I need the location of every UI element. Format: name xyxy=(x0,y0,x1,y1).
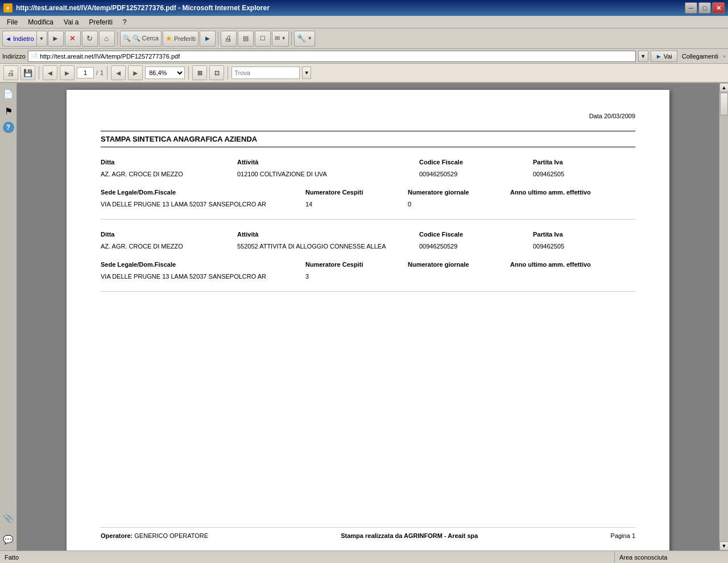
pdf-ditta-2: Ditta xyxy=(101,231,237,239)
sidebar-bookmarks-icon[interactable]: ⚑ xyxy=(2,105,15,117)
favorites-label: Preferiti xyxy=(174,35,196,42)
pdf-ditta-1-val: AZ. AGR. CROCE DI MEZZO xyxy=(101,171,237,177)
pdf-sep-4 xyxy=(228,66,228,80)
search-icon: 🔍 xyxy=(123,35,131,42)
printpage-icon: ▤ xyxy=(243,35,249,42)
go-label: Vai xyxy=(664,53,672,60)
pdf-anno-2: Anno ultimo amm. effettivo xyxy=(510,261,635,270)
scrollbar-track[interactable] xyxy=(719,92,728,541)
search-button[interactable]: 🔍 🔍 Cerca xyxy=(120,31,162,47)
pdf-partita-2-value: 009462505 xyxy=(533,243,635,250)
address-input[interactable] xyxy=(40,53,633,60)
media-button[interactable]: ► xyxy=(200,31,216,47)
menu-preferiti[interactable]: Preferiti xyxy=(85,17,117,27)
tools-button[interactable]: 🔧 ▼ xyxy=(294,31,315,47)
pdf-search-dropdown[interactable]: ▼ xyxy=(302,67,311,79)
go-arrow-icon: ► xyxy=(656,53,662,60)
menu-vai-a[interactable]: Vai a xyxy=(59,17,83,27)
pdf-codice-1: Codice Fiscale xyxy=(419,159,533,167)
pdf-zoom-out-button[interactable]: ◄ xyxy=(111,65,126,80)
address-dropdown[interactable]: ▼ xyxy=(638,51,648,62)
pdf-next-page-button[interactable]: ► xyxy=(60,65,75,80)
back-button[interactable]: ◄ Indietro xyxy=(2,31,37,47)
edit-button[interactable]: ☐ xyxy=(255,31,271,47)
sidebar-comment-icon[interactable]: 💬 xyxy=(2,533,15,546)
print-button[interactable]: 🖨 xyxy=(221,31,237,47)
pdf-num-giornale-2-val xyxy=(408,273,510,280)
menu-help[interactable]: ? xyxy=(118,17,131,27)
home-icon: ⌂ xyxy=(105,34,109,43)
forward-button[interactable]: ► xyxy=(48,31,64,47)
pdf-num-cespiti-2-label: Numeratore Cespiti xyxy=(305,261,408,268)
pdf-ditta-2-val: AZ. AGR. CROCE DI MEZZO xyxy=(101,243,237,250)
pdf-partita-1-label: Partita Iva xyxy=(533,159,635,165)
stop-button[interactable]: ✕ xyxy=(65,31,81,47)
right-scrollbar: ▲ ▼ xyxy=(719,83,728,550)
scroll-down-button[interactable]: ▼ xyxy=(719,541,728,550)
address-input-wrap: 📄 xyxy=(28,51,636,62)
pdf-partita-1: Partita Iva xyxy=(533,159,635,167)
pdf-prev-page-button[interactable]: ◄ xyxy=(43,65,57,80)
menu-file[interactable]: File xyxy=(2,17,22,27)
refresh-icon: ↻ xyxy=(86,34,93,43)
pdf-num-cespiti-2: Numeratore Cespiti xyxy=(305,261,408,270)
pdf-partita-2-val: 009462505 xyxy=(533,243,635,250)
mail-button[interactable]: ✉ ▼ xyxy=(272,31,289,47)
sidebar-help-icon[interactable]: ? xyxy=(3,122,14,133)
dropdown-back-button[interactable]: ▼ xyxy=(36,31,47,47)
pdf-fit-page-button[interactable]: ⊡ xyxy=(209,65,224,80)
window-title: http://test.areait.net/IVA/temp/PDF12572… xyxy=(16,4,270,12)
pdf-num-giornale-1-value: 0 xyxy=(408,201,510,208)
pdf-anno-2-label: Anno ultimo amm. effettivo xyxy=(510,261,635,268)
pdf-divider-1 xyxy=(101,219,635,220)
scroll-up-button[interactable]: ▲ xyxy=(719,83,728,92)
pdf-ditta-1: Ditta xyxy=(101,159,237,167)
refresh-button[interactable]: ↻ xyxy=(82,31,98,47)
pdf-sede-1-label: Sede Legale/Dom.Fiscale xyxy=(101,189,305,196)
sidebar-pages-icon[interactable]: 📄 xyxy=(2,88,15,100)
favorites-button[interactable]: ★ Preferiti xyxy=(163,31,198,47)
sidebar-attach-icon[interactable]: 📎 xyxy=(2,512,15,524)
maximize-button[interactable]: □ xyxy=(698,2,711,14)
pdf-page-input[interactable] xyxy=(77,67,94,78)
pdf-divider-2 xyxy=(101,291,635,292)
pdf-save-button[interactable]: 💾 xyxy=(20,65,35,80)
main-layout: 📄 ⚑ ? 📎 💬 Data 20/03/2009 STAMPA SINTETI… xyxy=(0,83,728,550)
home-button[interactable]: ⌂ xyxy=(99,31,115,47)
chevron-right-icon: » xyxy=(723,53,726,59)
mail-dropdown-icon: ▼ xyxy=(282,36,286,41)
pdf-record-1-row-3: Sede Legale/Dom.Fiscale Numeratore Cespi… xyxy=(101,189,635,197)
printpage-button[interactable]: ▤ xyxy=(238,31,254,47)
minimize-button[interactable]: ─ xyxy=(685,2,697,14)
pdf-print-button[interactable]: 🖨 xyxy=(3,65,18,80)
pdf-num-giornale-1-val: 0 xyxy=(408,201,510,208)
pdf-sep-1 xyxy=(39,66,39,80)
pdf-search-input[interactable] xyxy=(231,67,300,79)
pdf-record-1-row-4: VIA DELLE PRUGNE 13 LAMA 52037 SANSEPOLC… xyxy=(101,201,635,208)
menu-modifica[interactable]: Modifica xyxy=(23,17,58,27)
pdf-sede-2-val: VIA DELLE PRUGNE 13 LAMA 52037 SANSEPOLC… xyxy=(101,273,305,280)
pdf-zoom-select[interactable]: 86,4% xyxy=(145,67,185,79)
scrollbar-thumb[interactable] xyxy=(720,93,728,115)
pdf-anno-1-label: Anno ultimo amm. effettivo xyxy=(510,189,635,196)
media-icon: ► xyxy=(204,34,211,43)
pdf-attivita-1-label: Attività xyxy=(237,159,419,165)
pdf-content-wrap[interactable]: Data 20/03/2009 STAMPA SINTETICA ANAGRAF… xyxy=(17,83,719,550)
star-icon: ★ xyxy=(166,34,172,43)
pdf-zoom-in-button[interactable]: ► xyxy=(128,65,143,80)
pdf-codice-2-value: 00946250529 xyxy=(419,243,533,250)
title-bar: e http://test.areait.net/IVA/temp/PDF125… xyxy=(0,0,728,16)
pdf-record-1-row-2: AZ. AGR. CROCE DI MEZZO 012100 COLTIVAZI… xyxy=(101,171,635,177)
pdf-sep-2 xyxy=(107,66,107,80)
pdf-fit-width-button[interactable]: ⊞ xyxy=(192,65,207,80)
close-button[interactable]: ✕ xyxy=(712,2,725,14)
pdf-record-1: Ditta Attività Codice Fiscale Partita Iv… xyxy=(101,159,635,208)
pdf-pagina-value: 1 xyxy=(632,532,635,539)
pdf-num-cespiti-1: Numeratore Cespiti xyxy=(305,189,408,197)
pdf-date-label: Data xyxy=(589,113,602,119)
go-button[interactable]: ► Vai xyxy=(651,51,677,62)
status-bar: Fatto Area sconosciuta xyxy=(0,550,728,563)
collegamenti-label: Collegamenti xyxy=(680,53,721,60)
pdf-record-2-row-2: AZ. AGR. CROCE DI MEZZO 552052 ATTIVITÀ … xyxy=(101,243,635,250)
pdf-date-value: 20/03/2009 xyxy=(604,113,635,119)
